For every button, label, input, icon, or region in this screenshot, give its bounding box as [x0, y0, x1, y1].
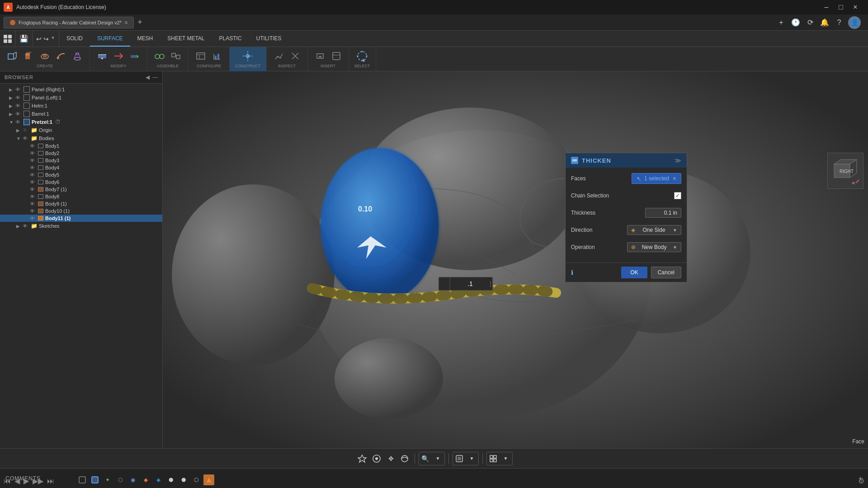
sweep-btn[interactable]: [54, 50, 68, 62]
orbit-btn[interactable]: [398, 452, 411, 465]
insert-btn2[interactable]: [330, 50, 343, 62]
help-clock-btn[interactable]: 🕐: [790, 17, 801, 28]
create-surface-btn[interactable]: +: [5, 50, 19, 62]
eye-icon[interactable]: 👁: [30, 179, 37, 185]
undo-btn[interactable]: ↩: [36, 35, 42, 42]
display-arrow-btn[interactable]: ▼: [466, 452, 478, 465]
menu-tab-mesh[interactable]: MESH: [130, 31, 160, 47]
thicken-btn[interactable]: ▼: [95, 50, 109, 62]
maximize-btn[interactable]: □: [835, 2, 846, 13]
display-mode-btn[interactable]: [453, 452, 466, 465]
tree-item-body9[interactable]: 👁 Body9 (1): [0, 200, 162, 207]
notification-btn[interactable]: 🔔: [819, 17, 830, 28]
tree-item-body1[interactable]: 👁 Body1: [0, 142, 162, 150]
tool10-btn[interactable]: ⬡: [191, 474, 202, 485]
user-avatar[interactable]: 👤: [848, 16, 861, 29]
eye-icon[interactable]: 👁: [30, 150, 37, 156]
select-btn[interactable]: [355, 50, 369, 62]
ok-button[interactable]: OK: [621, 267, 647, 278]
cancel-button[interactable]: Cancel: [651, 267, 681, 278]
tree-item-body3[interactable]: 👁 Body3: [0, 157, 162, 164]
tool5-btn[interactable]: ◉: [127, 474, 138, 485]
eye-icon[interactable]: 👁: [23, 223, 30, 229]
configure-btn2[interactable]: [210, 50, 224, 62]
tool1-btn[interactable]: [77, 474, 88, 485]
tool6-btn[interactable]: ◆: [140, 474, 151, 485]
grid-btn[interactable]: [487, 452, 500, 465]
eye-icon[interactable]: 👁: [15, 103, 23, 108]
menu-tab-solid[interactable]: SOLID: [59, 31, 90, 47]
configure-btn1[interactable]: [194, 50, 208, 62]
eye-icon[interactable]: 👁: [15, 119, 23, 125]
tree-item-body5[interactable]: 👁 Body5: [0, 171, 162, 178]
inspect-btn1[interactable]: [272, 50, 286, 62]
tree-item-helm[interactable]: ▶ 👁 Helm:1: [0, 102, 162, 110]
snap-btn[interactable]: [370, 452, 383, 465]
menu-tab-sheet-metal[interactable]: SHEET METAL: [160, 31, 212, 47]
eye-icon[interactable]: 👁: [30, 187, 37, 192]
sidebar-expand-btn[interactable]: ◀: [146, 74, 150, 80]
info-icon[interactable]: ℹ: [571, 269, 573, 276]
tool8-btn[interactable]: ⬢: [165, 474, 176, 485]
zoom-btn[interactable]: 🔍: [419, 452, 432, 465]
eye-icon[interactable]: 👁: [15, 95, 23, 100]
tree-item-sketches[interactable]: ▶ 👁 📁 Sketches: [0, 222, 162, 230]
tree-item-panel-right[interactable]: ▶ 👁 Panel (Right):1: [0, 85, 162, 94]
redo-btn[interactable]: ↪: [43, 35, 49, 42]
tool2-btn[interactable]: [90, 474, 100, 485]
assemble-btn1[interactable]: [153, 50, 166, 62]
tool9-btn[interactable]: ⬣: [178, 474, 189, 485]
tree-item-body8[interactable]: 👁 Body8: [0, 193, 162, 200]
tree-item-body10[interactable]: 👁 Body10 (1): [0, 207, 162, 215]
extend-btn[interactable]: [128, 50, 142, 62]
zoom-arrow-btn[interactable]: ▼: [432, 452, 444, 465]
tree-item-pretzel[interactable]: ▼ 👁 Pretzel:1 ⏱: [0, 118, 162, 126]
minimize-btn[interactable]: –: [821, 2, 832, 13]
tree-item-panel-left[interactable]: ▶ 👁 Panel (Left):1: [0, 94, 162, 102]
pan-btn[interactable]: ✥: [385, 452, 397, 465]
faces-selected-badge[interactable]: ↖ 1 selected ×: [632, 173, 681, 184]
eye-icon[interactable]: 👁: [30, 158, 37, 163]
trim-btn[interactable]: [112, 50, 125, 62]
eye-icon[interactable]: 👁: [15, 111, 23, 117]
eye-icon[interactable]: 👁: [23, 136, 30, 141]
history-btn[interactable]: ⟳: [805, 17, 816, 28]
tree-item-body7[interactable]: 👁 Body7 (1): [0, 186, 162, 193]
chain-selection-checkbox[interactable]: ✓: [674, 192, 681, 199]
eye-icon[interactable]: 👁: [30, 194, 37, 199]
direction-dropdown[interactable]: ◈ One Side ▼: [627, 225, 681, 235]
eye-icon[interactable]: 👁: [30, 201, 37, 206]
position-btn[interactable]: [356, 452, 368, 465]
forward-btn[interactable]: ▶▶: [33, 477, 43, 485]
add-tab-btn[interactable]: +: [137, 18, 142, 27]
revolve-btn[interactable]: [38, 50, 52, 62]
eye-icon[interactable]: 👁: [30, 172, 37, 178]
thickness-input[interactable]: 0.1 in: [645, 208, 681, 218]
active-tab[interactable]: Frogtopus Racing - Arcade Cabinet Design…: [4, 17, 134, 28]
viewport[interactable]: 0.10 .1 ⋮ RIGHT: [163, 71, 868, 448]
tree-item-body6[interactable]: 👁 Body6: [0, 178, 162, 186]
orientation-cube[interactable]: RIGHT R: [827, 153, 863, 189]
tool7-btn[interactable]: ◈: [153, 474, 164, 485]
tree-item-body2[interactable]: 👁 Body2: [0, 150, 162, 157]
badge-clear-btn[interactable]: ×: [673, 175, 676, 182]
menu-tab-plastic[interactable]: PLASTIC: [212, 31, 249, 47]
eye-icon[interactable]: 👁: [30, 165, 37, 170]
sidebar-pin-btn[interactable]: —: [152, 74, 158, 80]
menu-tab-utilities[interactable]: UTILITIES: [249, 31, 289, 47]
rewind-start-btn[interactable]: ⏮: [4, 477, 11, 485]
question-btn[interactable]: ?: [834, 17, 844, 28]
eye-icon[interactable]: 👁: [30, 143, 37, 149]
tool11-btn[interactable]: [203, 474, 214, 485]
thicken-expand-btn[interactable]: ≫: [675, 157, 681, 164]
inspect-btn2[interactable]: [288, 50, 302, 62]
eye-icon[interactable]: 👁: [30, 216, 37, 221]
tree-item-barrel[interactable]: ▶ 👁 Barrel:1: [0, 110, 162, 118]
menu-tab-surface[interactable]: SURFACE: [90, 31, 130, 47]
tool4-btn[interactable]: ⬡: [115, 474, 126, 485]
rewind-btn[interactable]: ◀: [14, 477, 20, 485]
loft-btn[interactable]: [71, 50, 84, 62]
tree-item-bodies[interactable]: ▼ 👁 📁 Bodies: [0, 134, 162, 142]
tab-close-btn[interactable]: ×: [124, 19, 128, 26]
operation-dropdown[interactable]: ⊕ New Body ▼: [627, 242, 681, 252]
